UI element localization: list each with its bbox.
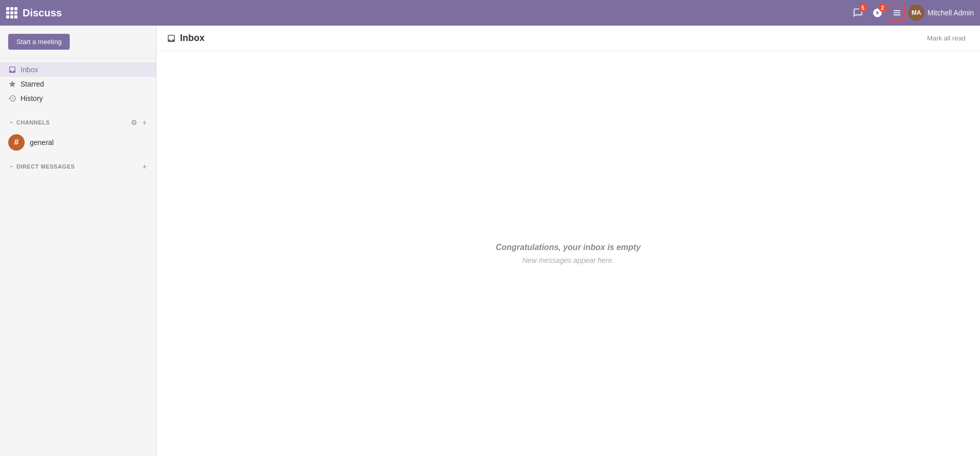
sidebar-item-starred-label: Starred	[21, 80, 44, 88]
mark-all-read-button[interactable]: Mark all read	[923, 32, 970, 44]
sidebar: Start a meeting Inbox Starred History CH…	[0, 26, 156, 456]
messages-badge: 5	[859, 4, 867, 12]
main-content: Inbox Mark all read Congratulations, you…	[156, 26, 980, 456]
app-title: Discuss	[23, 7, 62, 19]
content-body: Congratulations, your inbox is empty New…	[156, 51, 980, 456]
messages-icon-btn[interactable]: 5	[850, 5, 866, 21]
activity-icon-btn[interactable]: 2	[869, 5, 886, 21]
channel-name-general: general	[30, 138, 54, 147]
activity-badge: 2	[878, 4, 887, 12]
channels-section-actions: ⚙ +	[130, 118, 148, 127]
navbar-left: Discuss	[6, 7, 62, 19]
sidebar-item-inbox-label: Inbox	[21, 66, 38, 74]
main-layout: Start a meeting Inbox Starred History CH…	[0, 26, 980, 456]
direct-messages-section-actions: +	[142, 162, 148, 171]
apps-grid-icon[interactable]	[6, 7, 17, 18]
channel-avatar-general: #	[8, 134, 25, 151]
update-icon-btn[interactable]	[889, 5, 905, 21]
channels-settings-button[interactable]: ⚙	[130, 118, 138, 127]
navbar-right: 5 2 MA Mitchell Admin	[850, 5, 974, 21]
sidebar-item-history-label: History	[21, 94, 43, 102]
sidebar-item-starred[interactable]: Starred	[0, 77, 156, 91]
user-name[interactable]: Mitchell Admin	[928, 9, 974, 17]
channels-add-button[interactable]: +	[142, 118, 148, 127]
avatar[interactable]: MA	[908, 5, 925, 21]
sidebar-item-history[interactable]: History	[0, 91, 156, 106]
channel-item-general[interactable]: # general	[0, 131, 156, 154]
sidebar-top: Start a meeting	[0, 26, 156, 58]
sidebar-item-inbox[interactable]: Inbox	[0, 63, 156, 77]
direct-messages-section-header: DIRECT MESSAGES +	[0, 158, 156, 175]
content-title: Inbox	[167, 33, 923, 44]
channels-section-label: CHANNELS	[16, 119, 130, 126]
start-meeting-button[interactable]: Start a meeting	[8, 34, 70, 50]
empty-inbox-title: Congratulations, your inbox is empty	[496, 243, 641, 252]
content-header: Inbox Mark all read	[156, 26, 980, 51]
empty-inbox-subtitle: New messages appear here.	[523, 256, 614, 264]
sidebar-nav: Inbox Starred History	[0, 58, 156, 110]
navbar: Discuss 5 2 MA Mitchell Admin	[0, 0, 980, 26]
direct-messages-section-label: DIRECT MESSAGES	[16, 163, 142, 170]
content-title-text: Inbox	[180, 33, 205, 44]
direct-messages-add-button[interactable]: +	[142, 162, 148, 171]
channels-section-header: CHANNELS ⚙ +	[0, 114, 156, 131]
